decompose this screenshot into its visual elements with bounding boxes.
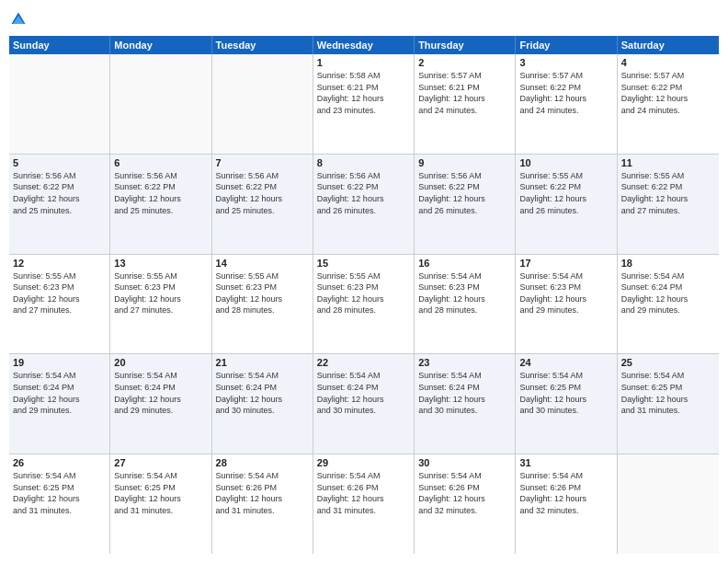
day-number: 27	[114, 457, 207, 468]
cal-week: 12Sunrise: 5:55 AM Sunset: 6:23 PM Dayli…	[9, 255, 719, 355]
day-number: 28	[216, 457, 309, 468]
cal-header-cell: Tuesday	[212, 36, 313, 54]
day-number: 6	[114, 157, 207, 168]
day-info: Sunrise: 5:56 AM Sunset: 6:22 PM Dayligh…	[114, 170, 207, 216]
cal-cell: 8Sunrise: 5:56 AM Sunset: 6:22 PM Daylig…	[313, 155, 415, 254]
cal-cell: 18Sunrise: 5:54 AM Sunset: 6:24 PM Dayli…	[618, 255, 719, 354]
day-number: 1	[317, 57, 410, 68]
day-info: Sunrise: 5:56 AM Sunset: 6:22 PM Dayligh…	[317, 170, 410, 216]
cal-cell: 30Sunrise: 5:54 AM Sunset: 6:26 PM Dayli…	[415, 454, 516, 554]
cal-header-cell: Thursday	[415, 36, 516, 54]
day-info: Sunrise: 5:54 AM Sunset: 6:25 PM Dayligh…	[621, 370, 715, 416]
cal-week: 5Sunrise: 5:56 AM Sunset: 6:22 PM Daylig…	[9, 155, 719, 255]
day-info: Sunrise: 5:54 AM Sunset: 6:26 PM Dayligh…	[519, 470, 612, 516]
cal-header-cell: Wednesday	[313, 36, 415, 54]
day-number: 19	[13, 357, 106, 368]
day-number: 18	[621, 258, 715, 269]
day-number: 5	[13, 157, 106, 168]
cal-cell: 2Sunrise: 5:57 AM Sunset: 6:21 PM Daylig…	[415, 54, 516, 154]
day-number: 13	[114, 258, 207, 269]
cal-header-cell: Friday	[516, 36, 617, 54]
day-info: Sunrise: 5:54 AM Sunset: 6:23 PM Dayligh…	[418, 270, 511, 316]
cal-week: 19Sunrise: 5:54 AM Sunset: 6:24 PM Dayli…	[9, 354, 719, 454]
cal-cell: 16Sunrise: 5:54 AM Sunset: 6:23 PM Dayli…	[415, 255, 516, 354]
day-info: Sunrise: 5:57 AM Sunset: 6:22 PM Dayligh…	[621, 70, 715, 116]
day-info: Sunrise: 5:56 AM Sunset: 6:22 PM Dayligh…	[13, 170, 106, 216]
day-number: 26	[13, 457, 106, 468]
header	[9, 9, 719, 29]
day-number: 3	[519, 57, 612, 68]
day-info: Sunrise: 5:56 AM Sunset: 6:22 PM Dayligh…	[216, 170, 309, 216]
cal-cell: 28Sunrise: 5:54 AM Sunset: 6:26 PM Dayli…	[212, 454, 313, 554]
day-number: 12	[13, 258, 106, 269]
day-number: 21	[216, 357, 309, 368]
cal-cell	[110, 54, 211, 154]
day-number: 2	[418, 57, 511, 68]
day-number: 11	[621, 157, 715, 168]
cal-cell	[212, 54, 313, 154]
cal-cell: 6Sunrise: 5:56 AM Sunset: 6:22 PM Daylig…	[110, 155, 211, 254]
day-info: Sunrise: 5:58 AM Sunset: 6:21 PM Dayligh…	[317, 70, 410, 116]
day-info: Sunrise: 5:54 AM Sunset: 6:24 PM Dayligh…	[114, 370, 207, 416]
cal-week: 1Sunrise: 5:58 AM Sunset: 6:21 PM Daylig…	[9, 54, 719, 155]
day-info: Sunrise: 5:57 AM Sunset: 6:22 PM Dayligh…	[519, 70, 612, 116]
cal-cell: 12Sunrise: 5:55 AM Sunset: 6:23 PM Dayli…	[9, 255, 110, 354]
day-number: 29	[317, 457, 410, 468]
day-info: Sunrise: 5:54 AM Sunset: 6:26 PM Dayligh…	[317, 470, 410, 516]
day-number: 24	[519, 357, 612, 368]
day-number: 14	[216, 258, 309, 269]
cal-cell: 29Sunrise: 5:54 AM Sunset: 6:26 PM Dayli…	[313, 454, 415, 554]
cal-cell: 13Sunrise: 5:55 AM Sunset: 6:23 PM Dayli…	[110, 255, 211, 354]
cal-cell: 24Sunrise: 5:54 AM Sunset: 6:25 PM Dayli…	[516, 354, 617, 454]
calendar-header-row: SundayMondayTuesdayWednesdayThursdayFrid…	[9, 36, 719, 54]
day-info: Sunrise: 5:54 AM Sunset: 6:24 PM Dayligh…	[13, 370, 106, 416]
cal-cell: 21Sunrise: 5:54 AM Sunset: 6:24 PM Dayli…	[212, 354, 313, 454]
cal-cell	[618, 454, 719, 554]
day-number: 25	[621, 357, 715, 368]
cal-cell: 7Sunrise: 5:56 AM Sunset: 6:22 PM Daylig…	[212, 155, 313, 254]
day-info: Sunrise: 5:55 AM Sunset: 6:23 PM Dayligh…	[13, 270, 106, 316]
day-number: 7	[216, 157, 309, 168]
day-info: Sunrise: 5:55 AM Sunset: 6:22 PM Dayligh…	[621, 170, 715, 216]
cal-cell: 15Sunrise: 5:55 AM Sunset: 6:23 PM Dayli…	[313, 255, 415, 354]
cal-cell: 11Sunrise: 5:55 AM Sunset: 6:22 PM Dayli…	[618, 155, 719, 254]
day-info: Sunrise: 5:54 AM Sunset: 6:24 PM Dayligh…	[418, 370, 511, 416]
day-number: 31	[519, 457, 612, 468]
day-number: 16	[418, 258, 511, 269]
cal-header-cell: Monday	[110, 36, 211, 54]
day-info: Sunrise: 5:54 AM Sunset: 6:26 PM Dayligh…	[216, 470, 309, 516]
calendar: SundayMondayTuesdayWednesdayThursdayFrid…	[9, 36, 719, 554]
cal-cell: 17Sunrise: 5:54 AM Sunset: 6:23 PM Dayli…	[516, 255, 617, 354]
day-info: Sunrise: 5:54 AM Sunset: 6:24 PM Dayligh…	[621, 270, 715, 316]
day-number: 23	[418, 357, 511, 368]
day-info: Sunrise: 5:54 AM Sunset: 6:25 PM Dayligh…	[519, 370, 612, 416]
day-info: Sunrise: 5:54 AM Sunset: 6:24 PM Dayligh…	[317, 370, 410, 416]
day-number: 30	[418, 457, 511, 468]
cal-cell: 27Sunrise: 5:54 AM Sunset: 6:25 PM Dayli…	[110, 454, 211, 554]
day-info: Sunrise: 5:55 AM Sunset: 6:22 PM Dayligh…	[519, 170, 612, 216]
cal-cell: 22Sunrise: 5:54 AM Sunset: 6:24 PM Dayli…	[313, 354, 415, 454]
calendar-body: 1Sunrise: 5:58 AM Sunset: 6:21 PM Daylig…	[9, 54, 719, 554]
cal-cell: 10Sunrise: 5:55 AM Sunset: 6:22 PM Dayli…	[516, 155, 617, 254]
logo-icon	[9, 10, 28, 29]
cal-cell: 1Sunrise: 5:58 AM Sunset: 6:21 PM Daylig…	[313, 54, 415, 154]
day-number: 20	[114, 357, 207, 368]
day-info: Sunrise: 5:55 AM Sunset: 6:23 PM Dayligh…	[317, 270, 410, 316]
cal-header-cell: Sunday	[9, 36, 110, 54]
page: SundayMondayTuesdayWednesdayThursdayFrid…	[0, 0, 728, 563]
day-info: Sunrise: 5:54 AM Sunset: 6:24 PM Dayligh…	[216, 370, 309, 416]
day-number: 10	[519, 157, 612, 168]
logo	[9, 9, 29, 29]
day-number: 22	[317, 357, 410, 368]
day-info: Sunrise: 5:55 AM Sunset: 6:23 PM Dayligh…	[216, 270, 309, 316]
cal-cell: 9Sunrise: 5:56 AM Sunset: 6:22 PM Daylig…	[415, 155, 516, 254]
cal-week: 26Sunrise: 5:54 AM Sunset: 6:25 PM Dayli…	[9, 454, 719, 554]
day-info: Sunrise: 5:54 AM Sunset: 6:23 PM Dayligh…	[519, 270, 612, 316]
day-number: 4	[621, 57, 715, 68]
day-number: 17	[519, 258, 612, 269]
cal-cell: 25Sunrise: 5:54 AM Sunset: 6:25 PM Dayli…	[618, 354, 719, 454]
day-info: Sunrise: 5:55 AM Sunset: 6:23 PM Dayligh…	[114, 270, 207, 316]
day-info: Sunrise: 5:54 AM Sunset: 6:26 PM Dayligh…	[418, 470, 511, 516]
cal-cell: 14Sunrise: 5:55 AM Sunset: 6:23 PM Dayli…	[212, 255, 313, 354]
cal-cell	[9, 54, 110, 154]
